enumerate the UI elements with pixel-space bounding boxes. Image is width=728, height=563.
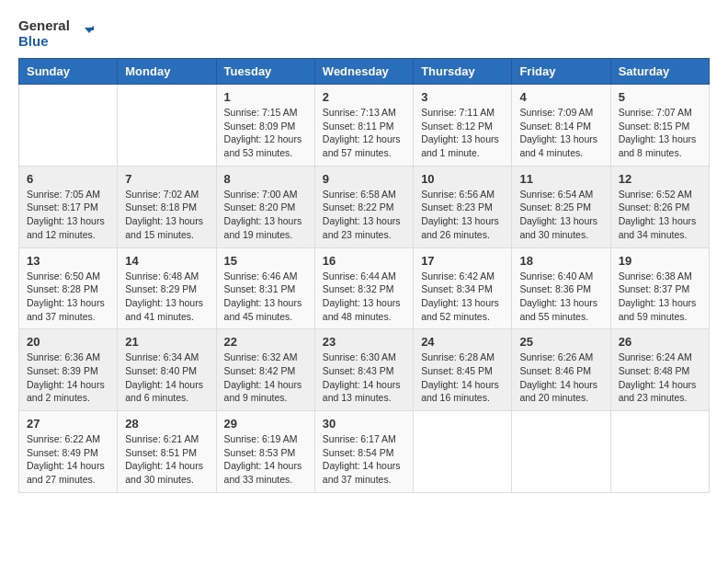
day-info: Sunrise: 6:54 AM Sunset: 8:25 PM Dayligh… bbox=[519, 188, 602, 242]
calendar-week-row: 13Sunrise: 6:50 AM Sunset: 8:28 PM Dayli… bbox=[19, 247, 710, 329]
page-header: General Blue bbox=[18, 18, 710, 49]
day-number: 8 bbox=[224, 172, 307, 186]
day-info: Sunrise: 6:56 AM Sunset: 8:23 PM Dayligh… bbox=[421, 188, 504, 242]
logo-blue: Blue bbox=[18, 34, 70, 50]
calendar-week-row: 20Sunrise: 6:36 AM Sunset: 8:39 PM Dayli… bbox=[19, 329, 710, 411]
day-number: 30 bbox=[323, 417, 405, 431]
day-number: 17 bbox=[421, 254, 504, 268]
day-number: 23 bbox=[323, 335, 405, 349]
day-info: Sunrise: 6:46 AM Sunset: 8:31 PM Dayligh… bbox=[224, 270, 307, 324]
calendar-day-header: Tuesday bbox=[216, 59, 314, 85]
day-info: Sunrise: 6:26 AM Sunset: 8:46 PM Dayligh… bbox=[519, 350, 602, 405]
calendar-cell: 24Sunrise: 6:28 AM Sunset: 8:45 PM Dayli… bbox=[414, 329, 512, 411]
day-number: 6 bbox=[27, 172, 109, 186]
calendar-cell: 23Sunrise: 6:30 AM Sunset: 8:43 PM Dayli… bbox=[314, 329, 413, 411]
calendar-cell: 29Sunrise: 6:19 AM Sunset: 8:53 PM Dayli… bbox=[216, 411, 314, 493]
calendar-cell: 27Sunrise: 6:22 AM Sunset: 8:49 PM Dayli… bbox=[19, 411, 118, 493]
day-number: 12 bbox=[619, 172, 701, 186]
day-info: Sunrise: 6:48 AM Sunset: 8:29 PM Dayligh… bbox=[125, 270, 208, 324]
calendar-cell: 7Sunrise: 7:02 AM Sunset: 8:18 PM Daylig… bbox=[118, 166, 216, 247]
day-number: 13 bbox=[27, 254, 109, 268]
calendar-cell: 2Sunrise: 7:13 AM Sunset: 8:11 PM Daylig… bbox=[314, 85, 413, 167]
calendar-cell: 19Sunrise: 6:38 AM Sunset: 8:37 PM Dayli… bbox=[610, 247, 709, 329]
day-number: 25 bbox=[519, 335, 602, 349]
day-info: Sunrise: 6:21 AM Sunset: 8:51 PM Dayligh… bbox=[125, 432, 208, 487]
day-info: Sunrise: 6:42 AM Sunset: 8:34 PM Dayligh… bbox=[421, 270, 504, 324]
day-info: Sunrise: 6:40 AM Sunset: 8:36 PM Dayligh… bbox=[519, 270, 602, 324]
day-number: 15 bbox=[224, 254, 307, 268]
calendar-cell: 9Sunrise: 6:58 AM Sunset: 8:22 PM Daylig… bbox=[314, 166, 413, 247]
calendar-cell: 15Sunrise: 6:46 AM Sunset: 8:31 PM Dayli… bbox=[216, 247, 314, 329]
calendar-cell: 11Sunrise: 6:54 AM Sunset: 8:25 PM Dayli… bbox=[512, 166, 610, 247]
calendar-cell: 3Sunrise: 7:11 AM Sunset: 8:12 PM Daylig… bbox=[414, 85, 512, 167]
day-number: 16 bbox=[323, 254, 405, 268]
day-number: 10 bbox=[421, 172, 504, 186]
calendar-cell: 4Sunrise: 7:09 AM Sunset: 8:14 PM Daylig… bbox=[512, 85, 610, 167]
calendar-cell: 6Sunrise: 7:05 AM Sunset: 8:17 PM Daylig… bbox=[19, 166, 118, 247]
day-number: 3 bbox=[421, 90, 504, 104]
logo-bird-icon bbox=[74, 24, 94, 44]
day-info: Sunrise: 6:50 AM Sunset: 8:28 PM Dayligh… bbox=[27, 270, 109, 324]
day-info: Sunrise: 7:00 AM Sunset: 8:20 PM Dayligh… bbox=[224, 188, 307, 242]
day-info: Sunrise: 7:07 AM Sunset: 8:15 PM Dayligh… bbox=[619, 106, 701, 160]
day-number: 9 bbox=[323, 172, 405, 186]
calendar-cell: 28Sunrise: 6:21 AM Sunset: 8:51 PM Dayli… bbox=[118, 411, 216, 493]
calendar-cell bbox=[19, 85, 118, 167]
day-number: 19 bbox=[619, 254, 701, 268]
day-number: 11 bbox=[519, 172, 602, 186]
day-info: Sunrise: 6:38 AM Sunset: 8:37 PM Dayligh… bbox=[619, 270, 701, 324]
calendar-cell: 25Sunrise: 6:26 AM Sunset: 8:46 PM Dayli… bbox=[512, 329, 610, 411]
day-info: Sunrise: 7:13 AM Sunset: 8:11 PM Dayligh… bbox=[323, 106, 405, 160]
day-number: 21 bbox=[125, 335, 208, 349]
calendar-cell: 21Sunrise: 6:34 AM Sunset: 8:40 PM Dayli… bbox=[118, 329, 216, 411]
day-number: 24 bbox=[421, 335, 504, 349]
day-info: Sunrise: 6:24 AM Sunset: 8:48 PM Dayligh… bbox=[619, 350, 701, 405]
day-number: 7 bbox=[125, 172, 208, 186]
calendar-table: SundayMondayTuesdayWednesdayThursdayFrid… bbox=[18, 58, 710, 493]
day-number: 18 bbox=[519, 254, 602, 268]
day-info: Sunrise: 6:44 AM Sunset: 8:32 PM Dayligh… bbox=[323, 270, 405, 324]
day-number: 5 bbox=[619, 90, 701, 104]
day-number: 27 bbox=[27, 417, 109, 431]
day-number: 28 bbox=[125, 417, 208, 431]
calendar-day-header: Thursday bbox=[414, 59, 512, 85]
calendar-cell: 20Sunrise: 6:36 AM Sunset: 8:39 PM Dayli… bbox=[19, 329, 118, 411]
calendar-cell: 8Sunrise: 7:00 AM Sunset: 8:20 PM Daylig… bbox=[216, 166, 314, 247]
calendar-day-header: Friday bbox=[512, 59, 610, 85]
calendar-week-row: 27Sunrise: 6:22 AM Sunset: 8:49 PM Dayli… bbox=[19, 411, 710, 493]
day-number: 4 bbox=[519, 90, 602, 104]
calendar-cell bbox=[414, 411, 512, 493]
calendar-week-row: 6Sunrise: 7:05 AM Sunset: 8:17 PM Daylig… bbox=[19, 166, 710, 247]
day-number: 14 bbox=[125, 254, 208, 268]
calendar-day-header: Saturday bbox=[610, 59, 709, 85]
day-info: Sunrise: 6:52 AM Sunset: 8:26 PM Dayligh… bbox=[619, 188, 701, 242]
logo: General Blue bbox=[18, 18, 94, 49]
calendar-day-header: Wednesday bbox=[314, 59, 413, 85]
calendar-week-row: 1Sunrise: 7:15 AM Sunset: 8:09 PM Daylig… bbox=[19, 85, 710, 167]
calendar-cell: 14Sunrise: 6:48 AM Sunset: 8:29 PM Dayli… bbox=[118, 247, 216, 329]
calendar-cell: 5Sunrise: 7:07 AM Sunset: 8:15 PM Daylig… bbox=[610, 85, 709, 167]
day-number: 20 bbox=[27, 335, 109, 349]
calendar-cell: 13Sunrise: 6:50 AM Sunset: 8:28 PM Dayli… bbox=[19, 247, 118, 329]
day-number: 22 bbox=[224, 335, 307, 349]
day-number: 2 bbox=[323, 90, 405, 104]
calendar-cell: 10Sunrise: 6:56 AM Sunset: 8:23 PM Dayli… bbox=[414, 166, 512, 247]
calendar-cell bbox=[610, 411, 709, 493]
day-info: Sunrise: 6:34 AM Sunset: 8:40 PM Dayligh… bbox=[125, 350, 208, 405]
calendar-cell: 22Sunrise: 6:32 AM Sunset: 8:42 PM Dayli… bbox=[216, 329, 314, 411]
day-number: 29 bbox=[224, 417, 307, 431]
calendar-cell: 18Sunrise: 6:40 AM Sunset: 8:36 PM Dayli… bbox=[512, 247, 610, 329]
day-info: Sunrise: 7:09 AM Sunset: 8:14 PM Dayligh… bbox=[519, 106, 602, 160]
calendar-cell bbox=[118, 85, 216, 167]
day-info: Sunrise: 6:22 AM Sunset: 8:49 PM Dayligh… bbox=[27, 432, 109, 487]
day-info: Sunrise: 7:05 AM Sunset: 8:17 PM Dayligh… bbox=[27, 188, 109, 242]
day-info: Sunrise: 6:58 AM Sunset: 8:22 PM Dayligh… bbox=[323, 188, 405, 242]
calendar-cell: 16Sunrise: 6:44 AM Sunset: 8:32 PM Dayli… bbox=[314, 247, 413, 329]
calendar-day-header: Monday bbox=[118, 59, 216, 85]
calendar-day-header: Sunday bbox=[19, 59, 118, 85]
day-info: Sunrise: 6:30 AM Sunset: 8:43 PM Dayligh… bbox=[323, 350, 405, 405]
calendar-cell: 17Sunrise: 6:42 AM Sunset: 8:34 PM Dayli… bbox=[414, 247, 512, 329]
day-info: Sunrise: 7:11 AM Sunset: 8:12 PM Dayligh… bbox=[421, 106, 504, 160]
calendar-header-row: SundayMondayTuesdayWednesdayThursdayFrid… bbox=[19, 59, 710, 85]
day-info: Sunrise: 6:19 AM Sunset: 8:53 PM Dayligh… bbox=[224, 432, 307, 487]
